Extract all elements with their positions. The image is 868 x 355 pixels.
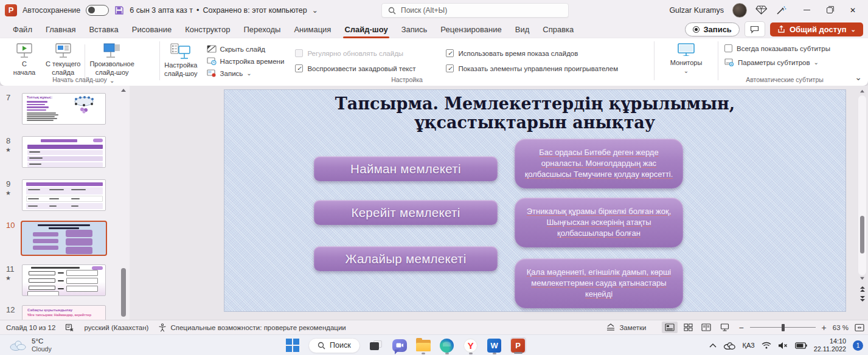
tab-animations[interactable]: Анимация [287,21,338,38]
word-button[interactable]: W [487,337,502,353]
tab-review[interactable]: Рецензирование [434,21,508,38]
powerpoint-button[interactable]: P [510,337,526,353]
taskbar-search[interactable]: Поиск [308,338,360,353]
checkbox-use-timings[interactable]: ✓ Использовать время показа слайдов [446,49,618,57]
record-button[interactable]: Запись [685,22,739,36]
powerpoint-app-icon[interactable]: P [5,4,17,16]
minimize-button[interactable] [795,0,818,20]
checkbox-always-show-subtitles[interactable]: Всегда показывать субтитры [724,44,830,52]
vertical-scrollbar[interactable] [858,87,866,306]
monitors-button[interactable]: Мониторы ⌄ [666,41,707,74]
volume-muted-icon[interactable] [778,342,788,350]
setup-slideshow-button[interactable]: Настройка слайд-шоу [160,41,202,80]
rehearse-timings-button[interactable]: Настройка времени [207,57,285,65]
normal-view-button[interactable] [662,322,678,333]
spellcheck-status[interactable] [65,323,74,332]
battery-icon[interactable] [795,342,807,349]
tab-view[interactable]: Вид [509,21,536,38]
teams-chat-button[interactable] [392,337,408,353]
notes-toggle[interactable]: Заметки [606,323,646,331]
shape-kereit-state[interactable]: Керейіт мемлекеті [314,200,498,225]
checkbox-show-media-controls[interactable]: ✓ Показать элементы управления проигрыва… [446,64,618,72]
zoom-slider[interactable] [750,327,816,328]
scroll-up-button[interactable] [858,87,866,95]
next-slide-button[interactable] [858,295,866,303]
task-view-button[interactable] [368,337,384,353]
autosave-toggle[interactable] [86,5,109,16]
language-switcher[interactable]: ҚАЗ [742,342,754,349]
from-current-slide-button[interactable]: С текущего слайда [41,41,85,78]
tab-slideshow[interactable]: Слайд-шоу [338,21,394,38]
slide-10-thumbnail-selected[interactable] [21,221,107,256]
tab-file[interactable]: Файл [6,21,39,38]
fit-slide-to-window-button[interactable] [855,323,864,332]
scroll-up-arrow[interactable] [120,88,127,92]
checkbox-refresh-slides: Регулярно обновлять слайды [295,49,434,57]
shape-description-2[interactable]: Этникалық құрамы біркелкі болған жоқ, Шы… [515,198,683,247]
notification-badge[interactable]: 1 [853,340,863,351]
shape-description-1[interactable]: Бас ордасы Битөбе деген жерде орналасты.… [515,139,683,188]
share-button[interactable]: Общий доступ ⌄ [770,22,863,36]
thumbnail-scrollbar[interactable] [120,86,127,320]
document-title[interactable]: 6 сын 3 апта каз т • Сохранено в: этот к… [130,6,318,15]
wifi-icon[interactable] [762,342,771,349]
scrollbar-thumb[interactable] [121,268,126,317]
language-status[interactable]: русский (Казахстан) [84,324,148,331]
tab-insert[interactable]: Вставка [82,21,125,38]
slideshow-view-button[interactable] [717,322,732,333]
setup-group-label: Настройка [160,76,654,83]
start-button[interactable] [285,337,300,353]
previous-slide-button[interactable] [858,285,866,293]
slide-counter[interactable]: Слайд 10 из 12 [6,324,55,331]
reading-view-button[interactable] [698,322,714,333]
yandex-browser-button[interactable]: Y [463,337,479,353]
avatar[interactable] [732,3,747,18]
slide-12-thumbnail[interactable]: Сабақты қорытындылау Үйге тапсырма: Найм… [22,305,106,320]
file-explorer-button[interactable] [415,337,431,353]
zoom-slider-thumb[interactable] [782,324,785,331]
tab-home[interactable]: Главная [39,21,82,38]
onedrive-icon[interactable] [723,342,735,350]
collapse-ribbon-button[interactable]: ⌄ [855,72,862,82]
close-button[interactable]: ✕ [841,0,864,20]
weather-widget[interactable]: 5°C Cloudy [9,337,52,354]
save-icon[interactable] [114,5,124,15]
from-beginning-button[interactable]: С начала [7,41,41,78]
subtitle-settings-button[interactable]: Параметры субтитров ⌄ [724,58,819,66]
zoom-in-button[interactable]: + [822,323,827,333]
checkbox-play-narrations[interactable]: ✓ Воспроизвести закадровый текст [295,64,434,72]
user-name[interactable]: Gulzar Kuramys [669,6,724,15]
tray-expand-chevron[interactable] [709,343,717,348]
hide-slide-button[interactable]: Скрыть слайд [207,45,285,53]
slide-7-thumbnail[interactable]: Топтық жұмыс: [22,93,106,125]
search-input[interactable]: Поиск (Alt+Ы) [381,3,569,18]
tab-record[interactable]: Запись [395,21,434,38]
slide-title[interactable]: Тапсырма. Мемлекеттердің құрылымын, ұқса… [224,94,845,132]
edge-browser-button[interactable] [439,337,455,353]
shape-naiman-state[interactable]: Найман мемлекеті [314,156,498,181]
slide-sorter-view-button[interactable] [680,322,696,333]
tab-draw[interactable]: Рисование [125,21,178,38]
scroll-down-button[interactable] [858,274,866,282]
animation-star-icon: ★ [5,275,11,281]
tab-help[interactable]: Справка [536,21,580,38]
accessibility-status[interactable]: Специальные возможности: проверьте реком… [158,323,345,332]
slide-canvas[interactable]: Тапсырма. Мемлекеттердің құрылымын, ұқса… [224,89,846,312]
zoom-out-button[interactable]: − [738,323,743,333]
slide-9-thumbnail[interactable] [22,179,106,211]
designer-wand-icon[interactable] [776,5,786,15]
animation-star-icon: ★ [5,146,11,153]
powerpoint-icon: P [511,339,525,353]
scrollbar-thumb[interactable] [860,216,864,253]
comments-button[interactable] [745,21,765,37]
tab-design[interactable]: Конструктор [178,21,237,38]
slide-11-thumbnail[interactable] [22,264,106,296]
premium-diamond-icon[interactable] [755,5,767,15]
shape-zhalaiyr-state[interactable]: Жалайыр мемлекеті [314,246,498,271]
shape-description-3[interactable]: Қала мәдениеті, егіншілік дамып, көрші м… [515,258,683,308]
restore-button[interactable] [818,0,841,20]
slide-8-thumbnail[interactable] [22,136,106,168]
clock[interactable]: 14:10 22.11.2022 [814,337,846,354]
zoom-level[interactable]: 63 % [833,324,849,331]
tab-transitions[interactable]: Переходы [237,21,287,38]
